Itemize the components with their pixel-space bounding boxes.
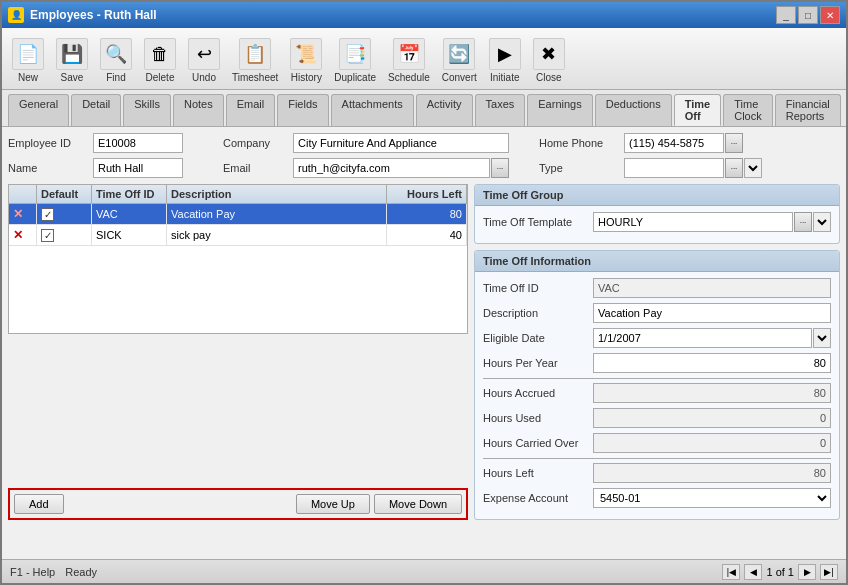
hours-per-year-input[interactable] [593,353,831,373]
toolbar-initiate-button[interactable]: ▶Initiate [485,36,525,85]
tab-notes[interactable]: Notes [173,94,224,126]
hours-accrued-input [593,383,831,403]
toolbar-delete-button[interactable]: 🗑Delete [140,36,180,85]
row1-id: VAC [92,204,167,224]
time-off-group-title: Time Off Group [475,185,839,206]
nav-first-button[interactable]: |◀ [722,564,740,580]
company-input[interactable] [293,133,509,153]
tab-time-clock[interactable]: Time Clock [723,94,773,126]
move-up-button[interactable]: Move Up [296,494,370,514]
time-off-info-panel: Time Off Information Time Off ID Descrip… [474,250,840,520]
nav-next-button[interactable]: ▶ [798,564,816,580]
toolbar-schedule-button[interactable]: 📅Schedule [384,36,434,85]
col-description: Description [167,185,387,203]
status-nav: |◀ ◀ 1 of 1 ▶ ▶| [722,564,838,580]
toolbar-convert-button[interactable]: 🔄Convert [438,36,481,85]
expense-select[interactable]: 5450-01 [593,488,831,508]
email-input[interactable] [293,158,490,178]
toolbar-icon: ✖ [533,38,565,70]
toolbar-find-button[interactable]: 🔍Find [96,36,136,85]
company-label: Company [223,137,283,149]
close-button[interactable]: ✕ [820,6,840,24]
toolbar: 📄New💾Save🔍Find🗑Delete↩Undo📋Timesheet📜His… [2,28,846,90]
toolbar-undo-button[interactable]: ↩Undo [184,36,224,85]
template-dots-button[interactable]: ··· [794,212,812,232]
info-id-row: Time Off ID [483,278,831,298]
template-input[interactable] [593,212,793,232]
hours-carried-label: Hours Carried Over [483,437,593,449]
toolbar-icon: 🗑 [144,38,176,70]
phone-dots-button[interactable]: ··· [725,133,743,153]
row1-description: Vacation Pay [167,204,387,224]
toolbar-icon: ▶ [489,38,521,70]
hours-accrued-row: Hours Accrued [483,383,831,403]
toolbar-icon: 🔍 [100,38,132,70]
template-select[interactable] [813,212,831,232]
toolbar-history-button[interactable]: 📜History [286,36,326,85]
tab-email[interactable]: Email [226,94,276,126]
nav-prev-button[interactable]: ◀ [744,564,762,580]
table-row[interactable]: ✕ VAC Vacation Pay 80 [9,204,467,225]
tab-earnings[interactable]: Earnings [527,94,592,126]
tab-time-off[interactable]: Time Off [674,94,721,126]
info-id-input [593,278,831,298]
toolbar-icon: 📑 [339,38,371,70]
tab-skills[interactable]: Skills [123,94,171,126]
type-input[interactable] [624,158,724,178]
col-hours: Hours Left [387,185,467,203]
time-off-info-title: Time Off Information [475,251,839,272]
main-area: Default Time Off ID Description Hours Le… [8,184,840,520]
type-dots-button[interactable]: ··· [725,158,743,178]
row2-checkbox[interactable] [41,229,54,242]
tab-detail[interactable]: Detail [71,94,121,126]
hours-carried-input [593,433,831,453]
tab-deductions[interactable]: Deductions [595,94,672,126]
tab-activity[interactable]: Activity [416,94,473,126]
info-desc-row: Description [483,303,831,323]
row1-delete[interactable]: ✕ [9,204,37,224]
tab-attachments[interactable]: Attachments [331,94,414,126]
name-input[interactable] [93,158,183,178]
hours-carried-row: Hours Carried Over [483,433,831,453]
type-select[interactable] [744,158,762,178]
col-delete [9,185,37,203]
eligible-dropdown[interactable] [813,328,831,348]
template-label: Time Off Template [483,216,593,228]
maximize-button[interactable]: □ [798,6,818,24]
info-eligible-input[interactable] [593,328,812,348]
minimize-button[interactable]: _ [776,6,796,24]
info-desc-input[interactable] [593,303,831,323]
status-bar: F1 - Help Ready |◀ ◀ 1 of 1 ▶ ▶| [2,559,846,583]
row2-delete[interactable]: ✕ [9,225,37,245]
hours-used-row: Hours Used [483,408,831,428]
row1-checkbox[interactable] [41,208,54,221]
phone-wrap: ··· [624,133,840,153]
tab-general[interactable]: General [8,94,69,126]
toolbar-save-button[interactable]: 💾Save [52,36,92,85]
main-window: 👤 Employees - Ruth Hall _ □ ✕ 📄New💾Save🔍… [0,0,848,585]
hours-left-row: Hours Left [483,463,831,483]
employee-id-input[interactable] [93,133,183,153]
hours-per-year-label: Hours Per Year [483,357,593,369]
toolbar-duplicate-button[interactable]: 📑Duplicate [330,36,380,85]
move-down-button[interactable]: Move Down [374,494,462,514]
tab-financial-reports[interactable]: Financial Reports [775,94,841,126]
content-area: Employee ID Company Home Phone ··· Name … [2,127,846,559]
title-controls: _ □ ✕ [776,6,840,24]
time-off-table: Default Time Off ID Description Hours Le… [8,184,468,334]
col-id: Time Off ID [92,185,167,203]
tab-taxes[interactable]: Taxes [475,94,526,126]
toolbar-close-button[interactable]: ✖Close [529,36,569,85]
email-dots-button[interactable]: ··· [491,158,509,178]
nav-last-button[interactable]: ▶| [820,564,838,580]
time-off-group-panel: Time Off Group Time Off Template ··· [474,184,840,244]
tab-fields[interactable]: Fields [277,94,328,126]
table-row[interactable]: ✕ SICK sick pay 40 [9,225,467,246]
title-bar: 👤 Employees - Ruth Hall _ □ ✕ [2,2,846,28]
toolbar-timesheet-button[interactable]: 📋Timesheet [228,36,282,85]
phone-input[interactable] [624,133,724,153]
time-off-info-content: Time Off ID Description Eligible Date [475,272,839,519]
add-button[interactable]: Add [14,494,64,514]
info-desc-label: Description [483,307,593,319]
toolbar-new-button[interactable]: 📄New [8,36,48,85]
